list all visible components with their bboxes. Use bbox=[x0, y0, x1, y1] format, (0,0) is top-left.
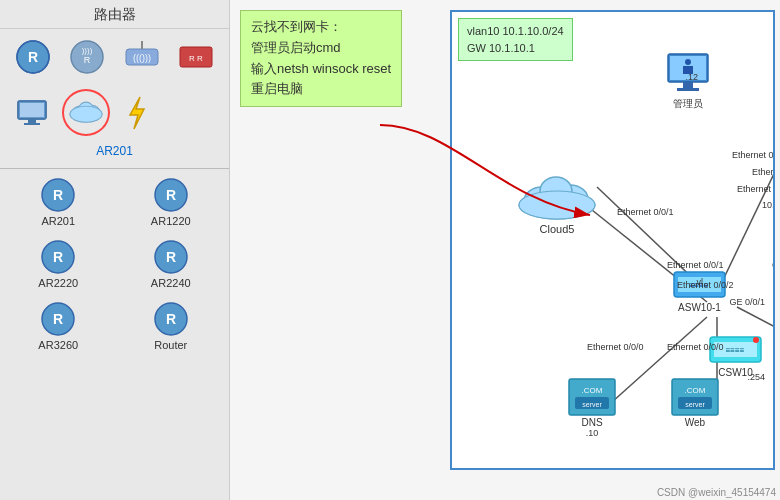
asw10-device: ≡≡≡≡ ASW10-1 bbox=[672, 267, 727, 313]
svg-marker-21 bbox=[130, 97, 144, 129]
svg-text:((())): ((())) bbox=[133, 53, 151, 63]
conn-label-eth4: Ethernet 0/0/4 bbox=[737, 184, 775, 194]
vl-label: vl bbox=[697, 277, 704, 287]
conn-label-eth7: Ethernet 0/0/0 bbox=[587, 342, 644, 352]
device-name-ar1220: AR1220 bbox=[151, 215, 191, 227]
svg-text:.COM: .COM bbox=[685, 386, 706, 395]
icon-row-2 bbox=[8, 83, 221, 142]
cloud5-label: Cloud5 bbox=[540, 223, 575, 235]
device-list[interactable]: R AR201 R AR1220 R AR2220 bbox=[0, 169, 229, 500]
watermark: CSDN @weixin_45154474 bbox=[657, 487, 776, 498]
web-device: .COM server Web bbox=[670, 377, 720, 428]
info-line2: 管理员启动cmd bbox=[251, 38, 391, 59]
device-item-ar2220[interactable]: R AR2220 bbox=[4, 235, 113, 293]
info-line1: 云找不到网卡： bbox=[251, 17, 391, 38]
network-diagram: vlan10 10.1.10.0/24 GW 10.1.10.1 bbox=[450, 10, 775, 470]
conn-label-ip1: 10.254 bbox=[762, 200, 775, 210]
monitor-device-icon[interactable] bbox=[12, 93, 52, 133]
device-name-ar201: AR201 bbox=[41, 215, 75, 227]
device-item-router[interactable]: R Router bbox=[117, 297, 226, 355]
device-item-ar2240[interactable]: R AR2240 bbox=[117, 235, 226, 293]
conn-label-eth8: Ethernet 0/0/0 bbox=[667, 342, 724, 352]
router-icon-2[interactable]: )))) R bbox=[62, 37, 112, 77]
svg-point-50 bbox=[685, 59, 691, 65]
svg-text:server: server bbox=[685, 401, 705, 408]
conn-label-eth1: Ethernet 0/0/1 bbox=[617, 207, 674, 217]
sidebar-title: 路由器 bbox=[0, 0, 229, 29]
device-name-ar3260: AR3260 bbox=[38, 339, 78, 351]
conn-label-ge1: GE 0/0/1 bbox=[772, 260, 775, 270]
info-line3: 输入netsh winsock reset bbox=[251, 59, 391, 80]
device-name-router: Router bbox=[154, 339, 187, 351]
web-label: Web bbox=[685, 417, 705, 428]
router-icon-1[interactable]: R bbox=[8, 37, 58, 77]
svg-text:≡≡≡≡: ≡≡≡≡ bbox=[726, 346, 745, 355]
svg-text:)))): )))) bbox=[82, 46, 93, 55]
conn-label-eth6: Ethernet 0/0/2 bbox=[677, 280, 734, 290]
svg-text:R: R bbox=[84, 55, 91, 65]
svg-text:server: server bbox=[582, 401, 602, 408]
svg-text:R: R bbox=[166, 311, 176, 327]
svg-rect-13 bbox=[28, 119, 36, 123]
svg-text:.COM: .COM bbox=[582, 386, 603, 395]
ar201-label: AR201 bbox=[8, 142, 221, 160]
conn-label-ge4: GE 0/0/1 bbox=[729, 297, 765, 307]
svg-point-20 bbox=[70, 106, 102, 122]
lightning-device-icon[interactable] bbox=[120, 93, 154, 133]
top-icon-grid: R )))) R ((())) bbox=[8, 37, 221, 77]
sidebar: 路由器 R )))) R bbox=[0, 0, 230, 500]
svg-text:R: R bbox=[53, 187, 63, 203]
asw10-label: ASW10-1 bbox=[678, 302, 721, 313]
device-name-ar2240: AR2240 bbox=[151, 277, 191, 289]
device-item-ar3260[interactable]: R AR3260 bbox=[4, 297, 113, 355]
router-icon-4[interactable]: R R bbox=[171, 37, 221, 77]
info-box: 云找不到网卡： 管理员启动cmd 输入netsh winsock reset 重… bbox=[240, 10, 402, 107]
conn-label-eth2: Ethernet 0/0/1 bbox=[732, 150, 775, 160]
ip-254: .254 bbox=[747, 372, 765, 382]
management-label: 管理员 bbox=[673, 97, 703, 111]
cloud-device-icon[interactable] bbox=[60, 87, 112, 138]
svg-rect-49 bbox=[677, 88, 699, 91]
svg-rect-48 bbox=[683, 82, 693, 88]
cloud5-device: Cloud5 bbox=[512, 167, 602, 235]
top-section: R )))) R ((())) bbox=[0, 29, 229, 169]
device-list-inner: R AR201 R AR1220 R AR2220 bbox=[4, 173, 225, 355]
main-content: 云找不到网卡： 管理员启动cmd 输入netsh winsock reset 重… bbox=[230, 0, 780, 500]
device-item-ar1220[interactable]: R AR1220 bbox=[117, 173, 226, 231]
dns-device: .COM server DNS .10 bbox=[567, 377, 617, 438]
device-item-ar201[interactable]: R AR201 bbox=[4, 173, 113, 231]
svg-rect-15 bbox=[20, 103, 44, 117]
conn-label-eth5: Ethernet 0/0/1 bbox=[667, 260, 724, 270]
svg-rect-14 bbox=[24, 123, 40, 125]
ip-12: .12 bbox=[685, 72, 698, 82]
svg-text:R: R bbox=[28, 49, 38, 65]
dns-label: DNS bbox=[581, 417, 602, 428]
router-icon-3[interactable]: ((())) bbox=[117, 37, 167, 77]
svg-text:R: R bbox=[53, 249, 63, 265]
info-line4: 重启电脑 bbox=[251, 79, 391, 100]
svg-text:R: R bbox=[166, 249, 176, 265]
svg-text:R: R bbox=[53, 311, 63, 327]
dns-ip: .10 bbox=[586, 428, 599, 438]
svg-text:R: R bbox=[166, 187, 176, 203]
svg-point-66 bbox=[753, 337, 759, 343]
svg-text:R R: R R bbox=[189, 54, 203, 63]
svg-point-45 bbox=[519, 191, 595, 219]
conn-label-eth3: Ethernet 0/0/3 bbox=[752, 167, 775, 177]
device-name-ar2220: AR2220 bbox=[38, 277, 78, 289]
